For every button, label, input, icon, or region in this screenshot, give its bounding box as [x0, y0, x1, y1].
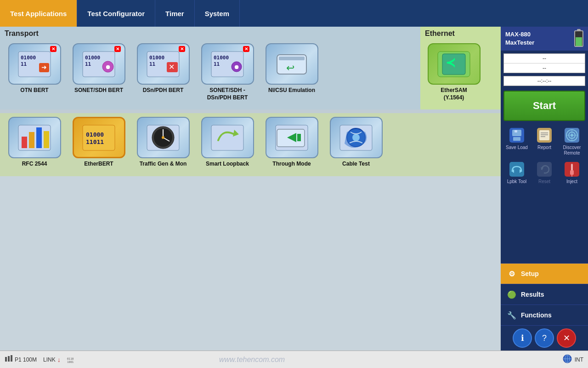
svg-rect-73	[5, 357, 7, 362]
svg-text:11: 11	[85, 61, 91, 67]
svg-rect-74	[8, 356, 10, 362]
app-label-etherbert: EtherBERT	[84, 161, 113, 168]
lpbk-tool-label: Lpbk Tool	[507, 179, 527, 184]
toolbar-report[interactable]: Report	[531, 125, 558, 158]
app-sonet-sdh-bert[interactable]: ✕ 01000 11 ⏺ SONET/SDH BERT	[69, 43, 129, 101]
content-area: Transport ✕ 01000 11 ➜	[0, 27, 501, 351]
app-etherbert[interactable]: 01000 11011 EtherBERT	[69, 117, 129, 168]
svg-text:01000: 01000	[85, 55, 100, 61]
watermark: www.tehencom.com	[219, 356, 285, 364]
app-sonet-dsn[interactable]: ✕ 01000 11 ⏺ SONET/SDH -DSn/PDH BERT	[198, 43, 257, 101]
device-header: MAX-880 MaxTester	[501, 27, 588, 51]
apps-row2-section: RFC 2544 01000 11011 EtherBERT	[0, 113, 501, 176]
svg-rect-29	[36, 127, 42, 148]
apps-row2-icons: RFC 2544 01000 11011 EtherBERT	[0, 113, 501, 172]
start-button[interactable]: Start	[503, 91, 585, 121]
ethernet-header: Ethernet	[420, 27, 501, 40]
main-area: Transport ✕ 01000 11 ➜	[0, 27, 588, 351]
battery-icon	[574, 30, 583, 47]
app-smart-loopback[interactable]: Smart Loopback	[198, 117, 257, 168]
toolbar-grid: Save Load Report	[501, 123, 588, 188]
app-traffic-gen[interactable]: Traffic Gen & Mon	[133, 117, 193, 168]
toolbar-lpbk-tool[interactable]: Lpbk Tool	[503, 159, 530, 186]
link-icon: ↓	[57, 356, 61, 363]
top-nav: Test Applications Test Configurator Time…	[0, 0, 588, 27]
sidebar-bottom-menu: ⚙ Setup 🟢 Results 🔧 Functions ℹ ? ✕	[501, 263, 588, 351]
svg-rect-28	[29, 132, 34, 148]
bottom-actions: ℹ ? ✕	[501, 325, 588, 351]
app-ethersam[interactable]: ≺ EtherSAM(Y.1564)	[424, 43, 484, 101]
svg-rect-51	[513, 137, 520, 141]
functions-icon: 🔧	[506, 310, 517, 321]
int-label: INT	[575, 356, 583, 363]
p1-label: P1 100M	[15, 356, 37, 363]
svg-text:11011: 11011	[86, 138, 104, 145]
svg-rect-40	[211, 125, 243, 150]
functions-label: Functions	[521, 311, 552, 319]
svg-rect-27	[22, 137, 27, 148]
device-name: MAX-880	[505, 30, 534, 39]
status-field-1: --	[504, 54, 585, 63]
menu-setup[interactable]: ⚙ Setup	[501, 263, 588, 284]
svg-point-48	[352, 134, 360, 141]
lpbk-tool-icon	[508, 161, 526, 178]
transport-section: Transport ✕ 01000 11 ➜	[0, 27, 420, 109]
toolbar-inject[interactable]: Inject	[559, 159, 585, 186]
app-cable-test[interactable]: Cable Test	[326, 117, 386, 168]
setup-label: Setup	[521, 270, 539, 277]
svg-text:01000: 01000	[86, 131, 104, 138]
error-badge-dsn: ✕	[179, 46, 185, 52]
app-label-otn-bert: OTN BERT	[20, 87, 48, 94]
app-label-traffic-gen: Traffic Gen & Mon	[140, 161, 187, 168]
svg-text:0110: 0110	[67, 357, 74, 360]
svg-text:11: 11	[214, 61, 220, 67]
transport-ethernet-row: Transport ✕ 01000 11 ➜	[0, 27, 501, 109]
close-button[interactable]: ✕	[557, 328, 576, 348]
help-button[interactable]: ?	[535, 328, 554, 348]
svg-text:➜: ➜	[41, 63, 47, 71]
svg-text:↩: ↩	[286, 62, 294, 74]
toolbar-discover-remote[interactable]: Discover Remote	[559, 125, 585, 158]
svg-rect-30	[44, 131, 49, 148]
save-load-label: Save Load	[506, 145, 528, 150]
app-rfc2544[interactable]: RFC 2544	[5, 117, 64, 168]
svg-text:11: 11	[21, 61, 27, 67]
report-icon	[536, 126, 553, 144]
svg-text:✕: ✕	[169, 63, 175, 71]
tab-test-configurator[interactable]: Test Configurator	[77, 0, 155, 27]
status-time: --:--:--	[503, 76, 585, 86]
app-otn-bert[interactable]: ✕ 01000 11 ➜ OTN BERT	[5, 43, 64, 101]
app-label-dsn-pdh-bert: DSn/PDH BERT	[143, 87, 184, 94]
menu-results[interactable]: 🟢 Results	[501, 284, 588, 305]
tab-timer[interactable]: Timer	[155, 0, 195, 27]
app-through-mode[interactable]: Through Mode	[262, 117, 322, 168]
menu-functions[interactable]: 🔧 Functions	[501, 305, 588, 325]
network-icon	[5, 355, 13, 364]
status-p1: P1 100M	[5, 355, 37, 364]
toolbar-save-load[interactable]: Save Load	[503, 125, 530, 158]
info-button[interactable]: ℹ	[513, 328, 532, 348]
app-ni-csu[interactable]: ↩ NI/CSU Emulation	[262, 43, 322, 101]
transport-icons-grid: ✕ 01000 11 ➜ OTN BERT	[0, 40, 420, 105]
save-load-icon	[508, 126, 526, 144]
status-bar: P1 100M LINK ↓ 0110 1001 www.tehencom.co…	[0, 351, 588, 368]
svg-text:11: 11	[149, 61, 156, 67]
tab-test-applications[interactable]: Test Applications	[0, 0, 77, 27]
report-label: Report	[537, 145, 551, 150]
tab-system[interactable]: System	[195, 0, 240, 27]
app-label-ethersam: EtherSAM(Y.1564)	[441, 87, 467, 101]
app-label-sonet-dsn: SONET/SDH -DSn/PDH BERT	[207, 87, 248, 101]
battery-fill	[576, 37, 582, 46]
svg-rect-21	[279, 57, 305, 60]
app-label-sonet-sdh-bert: SONET/SDH BERT	[74, 87, 123, 94]
svg-text:01000: 01000	[149, 55, 164, 61]
svg-text:1001: 1001	[67, 360, 74, 363]
svg-rect-45	[297, 134, 301, 141]
app-dsn-pdh-bert[interactable]: ✕ 01000 11 ✕ DSn/PDH BERT	[133, 43, 193, 101]
svg-rect-75	[11, 355, 12, 362]
toolbar-reset: Reset	[531, 159, 558, 186]
svg-text:≺: ≺	[446, 56, 456, 69]
svg-point-39	[162, 136, 164, 139]
right-sidebar: MAX-880 MaxTester -- -- --:--:-- Start	[501, 27, 588, 351]
app-label-through-mode: Through Mode	[272, 161, 311, 168]
